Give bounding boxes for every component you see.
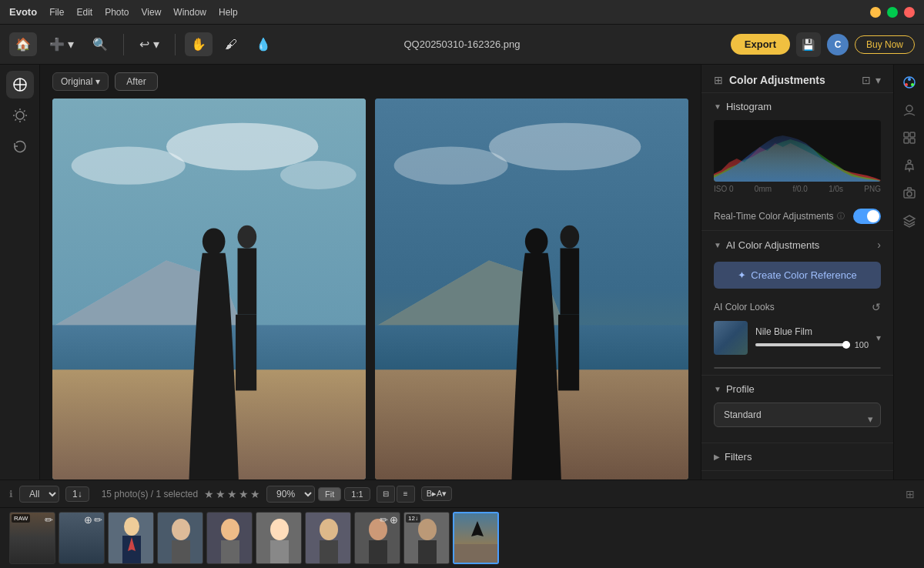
close-button[interactable] <box>904 7 915 18</box>
create-ref-label: Create Color Reference <box>751 269 856 281</box>
thumbnail-9[interactable]: 12↓ <box>403 512 450 564</box>
histogram-section-header[interactable]: Histogram <box>701 93 893 120</box>
ba-toggle[interactable]: B▸A ▾ <box>421 486 453 501</box>
star-4[interactable]: ★ <box>239 488 249 500</box>
zoom-select[interactable]: 90% <box>266 486 315 503</box>
svg-point-13 <box>280 161 357 189</box>
realtime-toggle[interactable] <box>853 209 881 224</box>
thumb-2-download-icon: ⊕ <box>84 514 92 526</box>
svg-rect-69 <box>418 540 437 564</box>
brush-tool-button[interactable]: 🖌 <box>219 33 243 56</box>
menu-edit[interactable]: Edit <box>76 7 92 18</box>
far-right-color-icon[interactable] <box>898 71 921 94</box>
thumbnail-4[interactable] <box>157 512 203 564</box>
thumbnail-8[interactable]: ✏ ⊕ <box>354 512 400 564</box>
sidebar-icon-history[interactable] <box>6 132 34 160</box>
thumbnail-2[interactable]: ⊕ ✏ <box>59 512 105 564</box>
thumbnail-10[interactable]: QQ20250228-153530.png <box>453 512 499 564</box>
thumbnail-5[interactable] <box>206 512 253 564</box>
svg-rect-71 <box>454 544 499 564</box>
ai-looks-refresh-button[interactable]: ↺ <box>872 301 881 313</box>
maximize-button[interactable] <box>887 7 898 18</box>
masking-tab[interactable]: Masking <box>798 368 881 369</box>
search-button[interactable]: 🔍 <box>86 32 114 56</box>
view-list-button[interactable]: ≡ <box>397 486 415 503</box>
svg-point-53 <box>172 519 190 540</box>
ba-chevron-icon: ▾ <box>442 489 447 499</box>
far-right-sidebar <box>893 65 924 479</box>
histogram-aperture: f/0.0 <box>792 185 807 193</box>
export-button[interactable]: Export <box>731 34 790 55</box>
original-view-select[interactable]: Original ▾ <box>52 72 109 91</box>
zoom-1-1-button[interactable]: 1:1 <box>344 487 370 501</box>
home-button[interactable]: 🏠 <box>9 32 37 56</box>
far-right-body-icon[interactable] <box>898 154 921 177</box>
star-3[interactable]: ★ <box>227 488 237 500</box>
thumbnail-3[interactable] <box>108 512 154 564</box>
svg-rect-42 <box>910 132 915 137</box>
after-image <box>375 99 688 479</box>
menu-file[interactable]: File <box>49 7 64 18</box>
look-info: Nile Blue Film 100 <box>755 326 869 349</box>
star-5[interactable]: ★ <box>250 488 260 500</box>
undo-button[interactable]: ↩ ▾ <box>133 32 165 56</box>
profile-select[interactable]: Standard <box>714 403 881 427</box>
image-masking-tabs: Full Image Masking <box>714 367 881 369</box>
after-image-panel <box>375 99 688 479</box>
menu-photo[interactable]: Photo <box>105 7 129 18</box>
star-2[interactable]: ★ <box>216 488 226 500</box>
ai-color-section: AI Color Adjustments › ✦ Create Color Re… <box>701 230 893 295</box>
thumbnail-1[interactable]: RAW ✏ <box>9 512 55 564</box>
panel-more-button[interactable]: ▾ <box>875 74 881 86</box>
svg-point-49 <box>124 517 139 536</box>
menu-view[interactable]: View <box>142 7 162 18</box>
filters-arrow-icon <box>714 453 720 461</box>
far-right-layers-icon[interactable] <box>898 209 921 232</box>
eyedropper-tool-button[interactable]: 💧 <box>249 32 277 56</box>
filter-select[interactable]: All <box>19 486 59 503</box>
sort-button[interactable]: 1↓ <box>65 486 89 502</box>
sidebar-icon-adjustments[interactable] <box>6 71 34 99</box>
filters-section-header[interactable]: Filters <box>701 443 893 470</box>
star-1[interactable]: ★ <box>204 488 214 500</box>
basic-section-header[interactable]: Basic ↺ <box>701 471 893 479</box>
svg-point-59 <box>270 519 289 540</box>
buy-now-button[interactable]: Buy Now <box>855 35 915 54</box>
svg-point-19 <box>238 226 257 249</box>
svg-point-1 <box>16 112 24 119</box>
look-thumbnail <box>714 321 748 355</box>
svg-point-38 <box>905 83 908 86</box>
thumb-1-icons: ✏ <box>45 514 53 526</box>
look-value: 100 <box>855 340 869 349</box>
save-icon-button[interactable]: 💾 <box>796 32 821 57</box>
after-view-button[interactable]: After <box>115 72 157 91</box>
panel-expand-button[interactable]: ⊡ <box>862 74 871 86</box>
menu-window[interactable]: Window <box>173 7 206 18</box>
add-button[interactable]: ➕ ▾ <box>43 32 80 56</box>
far-right-texture-icon[interactable] <box>898 126 921 149</box>
profile-section-header[interactable]: Profile <box>701 376 893 403</box>
look-slider[interactable] <box>755 343 850 346</box>
thumbnail-6[interactable] <box>256 512 302 564</box>
realtime-label-text: Real-Time Color Adjustments <box>714 211 834 222</box>
svg-point-23 <box>394 147 508 185</box>
sidebar-icon-light[interactable] <box>6 102 34 129</box>
svg-point-24 <box>489 123 641 171</box>
stars-row: ★ ★ ★ ★ ★ <box>204 488 260 500</box>
minimize-button[interactable] <box>870 7 881 18</box>
ai-color-section-header[interactable]: AI Color Adjustments › <box>701 231 893 259</box>
far-right-camera-icon[interactable] <box>898 182 921 205</box>
far-right-face-icon[interactable] <box>898 99 921 122</box>
look-expand-icon[interactable]: ▾ <box>876 332 881 343</box>
full-image-tab[interactable]: Full Image <box>715 368 798 369</box>
look-slider-fill <box>755 343 850 346</box>
menu-help[interactable]: Help <box>219 7 238 18</box>
strip-info-icon[interactable]: ℹ <box>9 489 13 500</box>
strip-expand-icon[interactable]: ⊞ <box>906 488 915 500</box>
realtime-info-icon: ⓘ <box>837 211 845 222</box>
zoom-fit-button[interactable]: Fit <box>318 487 341 501</box>
create-color-reference-button[interactable]: ✦ Create Color Reference <box>714 262 881 289</box>
hand-tool-button[interactable]: ✋ <box>185 32 213 56</box>
thumbnail-7[interactable] <box>305 512 351 564</box>
view-grid-button[interactable]: ⊟ <box>377 486 395 503</box>
